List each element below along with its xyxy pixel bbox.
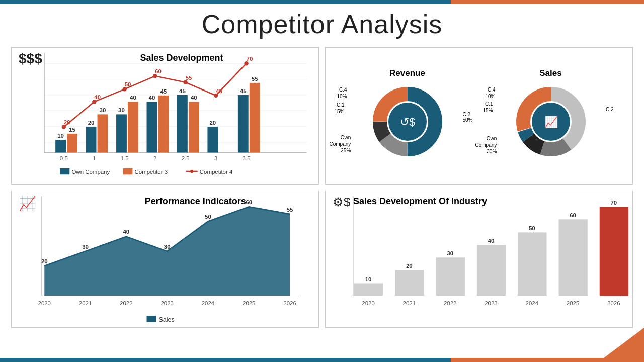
svg-text:30: 30 (447, 250, 453, 256)
bottom-accent-bar (0, 358, 644, 362)
svg-text:10: 10 (365, 276, 372, 282)
svg-rect-35 (158, 96, 169, 153)
top-accent-bar (0, 0, 644, 4)
svg-text:40: 40 (123, 229, 129, 235)
svg-text:55: 55 (186, 75, 192, 81)
svg-text:20: 20 (64, 119, 70, 125)
svg-text:45: 45 (240, 88, 247, 94)
svg-text:50: 50 (529, 225, 535, 231)
svg-rect-100 (436, 257, 465, 296)
svg-text:30: 30 (118, 107, 125, 113)
industry-icon: ⚙$ (333, 195, 350, 209)
sales-title: Sales (539, 68, 561, 78)
svg-text:↺$: ↺$ (399, 116, 415, 128)
sales-donut-wrap: 📈 C.410% C.115% OwnCompany30% C.2 (511, 81, 591, 164)
svg-text:2023: 2023 (485, 300, 497, 306)
sales-own-label: OwnCompany30% (475, 135, 497, 155)
svg-text:2024: 2024 (526, 300, 539, 306)
bottom-right-triangle (604, 328, 644, 358)
svg-text:Sales: Sales (158, 316, 174, 323)
rev-own-label: OwnCompany25% (330, 134, 351, 154)
revenue-section: Revenue (367, 68, 448, 164)
svg-text:50: 50 (205, 214, 211, 220)
svg-text:45: 45 (216, 88, 222, 94)
svg-text:2021: 2021 (79, 300, 92, 306)
svg-text:3: 3 (214, 155, 217, 161)
svg-text:20: 20 (209, 120, 216, 126)
svg-text:📈: 📈 (544, 115, 558, 129)
svg-text:2.5: 2.5 (182, 155, 190, 161)
svg-text:60: 60 (155, 68, 162, 74)
svg-text:2022: 2022 (120, 300, 132, 306)
dollar-icon: $$$ (19, 51, 42, 67)
svg-point-47 (244, 61, 248, 65)
svg-rect-33 (128, 102, 138, 152)
svg-text:2021: 2021 (403, 300, 416, 306)
svg-rect-39 (250, 83, 260, 153)
perf-chart-area: 📈 Performance Indicators 20 30 40 30 50 (12, 191, 318, 327)
svg-text:2026: 2026 (607, 300, 620, 306)
main-grid: $$$ Sales Development 0.5 1 1.5 2 2.5 3 (8, 44, 636, 331)
svg-text:20: 20 (41, 258, 48, 264)
svg-rect-23 (177, 95, 188, 153)
industry-chart-area: ⚙$ Sales Development Of Industry 10 20 3… (326, 191, 632, 327)
sales-dev-svg: 0.5 1 1.5 2 2.5 3 3.5 10 20 30 40 (12, 48, 318, 184)
sales-c2-label: C.2 (606, 107, 614, 112)
sales-c1-label: C.115% (483, 101, 493, 114)
svg-text:2025: 2025 (243, 300, 255, 306)
svg-rect-15 (55, 140, 66, 152)
revenue-title: Revenue (389, 68, 425, 78)
svg-text:2020: 2020 (38, 300, 51, 306)
svg-rect-102 (477, 245, 506, 296)
svg-text:2025: 2025 (567, 300, 579, 306)
performance-icon: 📈 (19, 195, 36, 212)
revenue-donut-wrap: ↺$ C.410% C.115% OwnCompany25% C.250% (367, 81, 448, 164)
svg-text:70: 70 (247, 56, 253, 62)
svg-text:70: 70 (610, 200, 617, 206)
svg-text:Own Company: Own Company (71, 169, 110, 175)
perf-title: Performance Indicators (145, 196, 246, 207)
panel-performance: 📈 Performance Indicators 20 30 40 30 50 (11, 191, 319, 328)
svg-text:1: 1 (93, 155, 96, 161)
svg-point-44 (153, 74, 157, 78)
svg-text:45: 45 (160, 88, 167, 95)
svg-text:55: 55 (287, 207, 293, 213)
svg-text:10: 10 (57, 133, 64, 139)
svg-text:2024: 2024 (202, 300, 215, 306)
panel-sales-development: $$$ Sales Development 0.5 1 1.5 2 2.5 3 (11, 47, 319, 185)
svg-rect-19 (116, 114, 127, 152)
svg-text:3.5: 3.5 (243, 155, 251, 161)
svg-text:60: 60 (570, 212, 576, 218)
svg-text:30: 30 (82, 244, 89, 250)
svg-point-60 (190, 170, 193, 173)
svg-text:55: 55 (252, 76, 258, 82)
svg-rect-17 (86, 127, 97, 152)
sales-dev-title: Sales Development (140, 53, 223, 63)
svg-text:2: 2 (153, 155, 156, 161)
svg-text:2020: 2020 (362, 300, 374, 306)
svg-text:40: 40 (130, 95, 136, 101)
svg-text:0.5: 0.5 (60, 155, 68, 161)
svg-rect-96 (354, 283, 383, 296)
svg-rect-27 (238, 95, 249, 153)
svg-rect-104 (518, 232, 546, 296)
svg-text:15: 15 (69, 127, 75, 133)
sales-dev-chart-area: $$$ Sales Development 0.5 1 1.5 2 2.5 3 (12, 48, 318, 184)
sales-c4-label: C.410% (486, 86, 496, 100)
svg-text:30: 30 (100, 107, 106, 113)
svg-rect-25 (207, 127, 218, 152)
svg-text:30: 30 (164, 244, 171, 250)
rev-c4-label: C.410% (337, 86, 347, 100)
svg-text:40: 40 (149, 95, 155, 101)
svg-text:40: 40 (94, 94, 101, 100)
panel-revenue-sales: Revenue (325, 47, 633, 185)
svg-text:40: 40 (191, 95, 197, 101)
svg-text:2023: 2023 (160, 300, 173, 306)
panel-industry: ⚙$ Sales Development Of Industry 10 20 3… (325, 191, 633, 328)
svg-text:50: 50 (125, 81, 131, 87)
svg-point-46 (214, 94, 218, 98)
svg-point-41 (62, 125, 66, 129)
svg-text:20: 20 (406, 263, 413, 269)
svg-rect-106 (558, 219, 587, 296)
sales-section: Sales 📈 C.410% (511, 68, 591, 164)
